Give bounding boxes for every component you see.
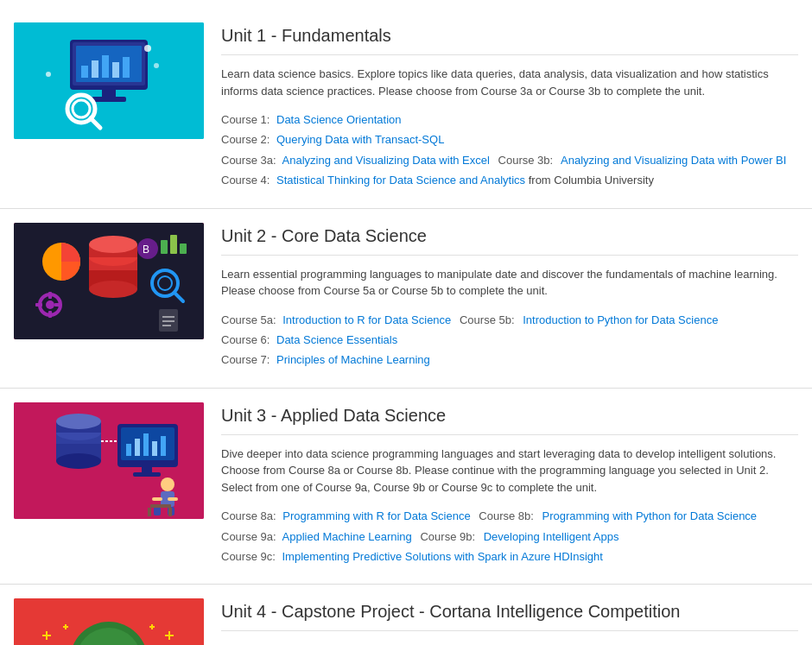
course-row: Course 9c: Implementing Predictive Solut…: [221, 547, 798, 566]
separator: Course 3b:: [498, 154, 554, 167]
course-row: Course 4: Statistical Thinking for Data …: [221, 170, 798, 190]
svg-rect-64: [168, 497, 178, 501]
course-label: Course 8a:: [221, 509, 276, 522]
course-link[interactable]: Introduction to R for Data Science: [282, 313, 451, 326]
svg-rect-69: [168, 508, 172, 516]
course-link[interactable]: Analyzing and Visualizing Data with Exce…: [282, 154, 490, 167]
svg-rect-6: [102, 55, 109, 78]
separator: Course 8b:: [479, 509, 534, 522]
unit-block-3: Unit 3 - Applied Data Science Dive deepe…: [0, 389, 812, 585]
course-link[interactable]: Introduction to Python for Data Science: [523, 313, 718, 326]
svg-rect-55: [135, 439, 140, 456]
unit-block-2: B Unit 2 - Core Data Science Learn essen…: [0, 209, 812, 389]
unit-image-1: [14, 22, 204, 139]
svg-point-15: [154, 63, 159, 68]
course-link[interactable]: Principles of Machine Learning: [276, 353, 430, 366]
svg-rect-8: [123, 57, 130, 78]
unit-block-1: Unit 1 - Fundamentals Learn data science…: [0, 9, 812, 209]
svg-rect-60: [133, 472, 161, 477]
svg-rect-54: [126, 444, 131, 456]
unit-desc-2: Learn essential programming languages to…: [221, 266, 798, 300]
svg-rect-29: [48, 311, 52, 318]
unit-title-4: Unit 4 - Capstone Project - Cortana Inte…: [221, 602, 798, 631]
svg-point-61: [161, 477, 174, 491]
svg-point-16: [46, 72, 51, 77]
svg-rect-35: [161, 240, 168, 254]
svg-rect-37: [180, 243, 187, 254]
course-link[interactable]: Developing Intelligent Apps: [484, 530, 619, 543]
course-row: Course 8a: Programming with R for Data S…: [221, 506, 798, 526]
course-link[interactable]: Analyzing and Visualizing Data with Powe…: [561, 154, 786, 167]
course-label: Course 7:: [221, 353, 270, 366]
course-label: Course 5a:: [221, 313, 276, 326]
svg-rect-39: [162, 316, 174, 318]
course-label: Course 6:: [221, 333, 270, 346]
course-link[interactable]: Statistical Thinking for Data Science an…: [276, 174, 525, 187]
unit-content-3: Unit 3 - Applied Data Science Dive deepe…: [221, 402, 798, 567]
course-label: Course 9c:: [221, 550, 276, 563]
unit-block-4: Cortana Unit 4 - Capstone Project - Cort…: [0, 585, 812, 645]
unit-desc-3: Dive deeper into data science programmin…: [221, 446, 798, 496]
page-wrapper: Unit 1 - Fundamentals Learn data science…: [0, 0, 812, 645]
course-link[interactable]: Data Science Essentials: [276, 333, 397, 346]
course-row: Course 5a: Introduction to R for Data Sc…: [221, 310, 798, 330]
svg-text:B: B: [143, 243, 149, 256]
svg-rect-65: [154, 507, 161, 515]
course-link[interactable]: Programming with R for Data Science: [282, 509, 470, 522]
unit-content-1: Unit 1 - Fundamentals Learn data science…: [221, 22, 798, 191]
svg-rect-63: [152, 497, 162, 501]
course-label: Course 9a:: [221, 530, 276, 543]
separator: Course 5b:: [460, 313, 515, 326]
svg-point-25: [89, 236, 137, 253]
course-link[interactable]: Applied Machine Learning: [282, 530, 412, 543]
svg-rect-67: [150, 504, 171, 508]
unit-image-3: [14, 402, 204, 519]
course-row: Course 7: Principles of Machine Learning: [221, 350, 798, 370]
course-link[interactable]: Data Science Orientation: [276, 113, 402, 126]
svg-rect-5: [92, 60, 98, 78]
svg-point-47: [56, 453, 101, 469]
svg-rect-10: [92, 97, 126, 102]
course-rows-2: Course 5a: Introduction to R for Data Sc…: [221, 310, 798, 370]
unit-image-4: Cortana: [14, 598, 204, 645]
unit-desc-1: Learn data science basics. Explore topic…: [221, 66, 798, 99]
svg-rect-58: [161, 436, 166, 456]
course-row: Course 2: Querying Data with Transact-SQ…: [221, 130, 798, 149]
svg-rect-36: [170, 235, 177, 254]
course-row: Course 9a: Applied Machine Learning Cour…: [221, 527, 798, 547]
course-row: Course 3a: Analyzing and Visualizing Dat…: [221, 150, 798, 170]
unit-content-2: Unit 2 - Core Data Science Learn essenti…: [221, 223, 798, 370]
svg-rect-9: [102, 90, 116, 97]
svg-point-27: [46, 300, 54, 309]
course-link[interactable]: Programming with Python for Data Science: [542, 509, 758, 522]
svg-rect-41: [162, 325, 171, 326]
course-label: Course 2:: [221, 133, 270, 146]
svg-rect-4: [81, 66, 88, 78]
unit-image-2: B: [14, 223, 204, 339]
course-row: Course 1: Data Science Orientation: [221, 110, 798, 130]
course-label: Course 3a:: [221, 154, 276, 167]
course-link[interactable]: Querying Data with Transact-SQL: [276, 133, 444, 146]
unit-content-4: Unit 4 - Capstone Project - Cortana Inte…: [221, 598, 798, 645]
unit-title-3: Unit 3 - Applied Data Science: [221, 406, 798, 435]
svg-rect-68: [148, 508, 151, 516]
unit-title-2: Unit 2 - Core Data Science: [221, 226, 798, 256]
course-label: Course 1:: [221, 113, 270, 126]
svg-rect-28: [48, 292, 52, 299]
unit-desc-4: Showcase your data science knowledge and…: [221, 642, 798, 645]
svg-point-21: [89, 281, 137, 298]
separator: Course 9b:: [420, 530, 475, 543]
static-text: from Columbia University: [529, 174, 654, 187]
svg-point-14: [144, 45, 151, 52]
course-label: Course 4:: [221, 174, 270, 187]
svg-rect-57: [152, 441, 157, 456]
course-rows-3: Course 8a: Programming with R for Data S…: [221, 506, 798, 566]
unit-title-1: Unit 1 - Fundamentals: [221, 26, 798, 55]
course-rows-1: Course 1: Data Science Orientation Cours…: [221, 110, 798, 191]
svg-rect-40: [162, 320, 174, 322]
course-link[interactable]: Implementing Predictive Solutions with S…: [282, 550, 603, 563]
svg-rect-59: [142, 467, 152, 472]
svg-rect-56: [143, 433, 149, 456]
svg-rect-7: [112, 62, 119, 78]
svg-point-51: [56, 414, 101, 429]
